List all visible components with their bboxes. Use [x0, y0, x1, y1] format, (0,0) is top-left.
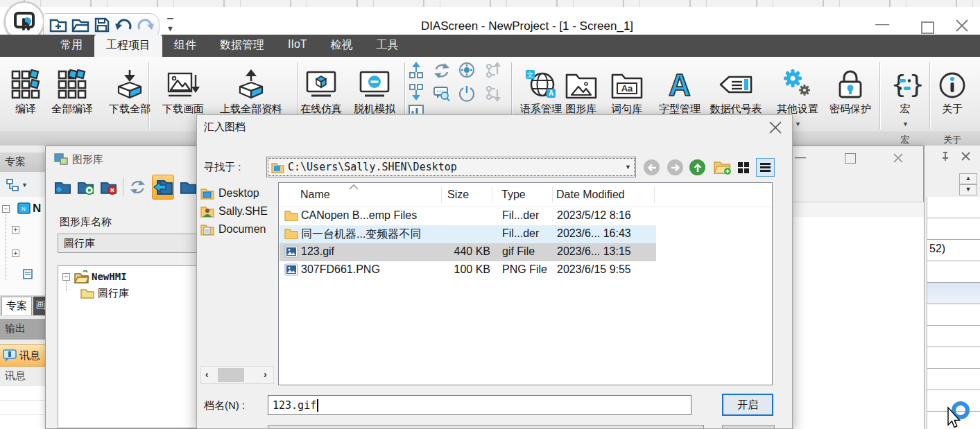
sync-button[interactable] [433, 62, 451, 82]
property-row-highlight[interactable] [927, 283, 980, 304]
message-list[interactable] [0, 386, 45, 429]
screen-tab-partial[interactable]: 画 [33, 297, 45, 315]
column-header-name[interactable]: Name [300, 189, 330, 201]
combobox-dropdown-caret[interactable]: ▼ [625, 164, 631, 170]
library-tree-root-label[interactable]: NewHMI [92, 271, 127, 282]
tree-collapse-box[interactable]: − [2, 205, 10, 213]
up-folder-button[interactable] [689, 159, 705, 175]
property-grid[interactable]: 52) [927, 197, 980, 429]
place-item-user[interactable]: Sally.SHE [200, 202, 274, 220]
ribbon-phrase-library-button[interactable]: Aa 词句库 [605, 60, 649, 116]
ribbon-online-sim-button[interactable]: 在线仿真 [297, 60, 345, 116]
column-separator[interactable] [441, 186, 442, 203]
ribbon-data-code-table-button[interactable]: 数据代号表 [706, 60, 766, 116]
ribbon-offline-sim-button[interactable]: 脱机模拟 [348, 60, 401, 116]
column-header-size[interactable]: Size [447, 189, 469, 201]
scroll-right-arrow[interactable]: › [264, 369, 267, 380]
spin-down-button[interactable]: ▼ [959, 184, 977, 195]
ribbon-download-all-button[interactable]: 下载全部 [103, 60, 157, 116]
column-separator[interactable] [654, 186, 655, 203]
column-header-type[interactable]: Type [501, 189, 526, 201]
library-tree[interactable]: − NewHMI 圖行庫 [58, 265, 197, 428]
open-project-button[interactable] [71, 17, 89, 36]
tab-gongchengxiangmu[interactable]: 工程项目 [94, 35, 162, 57]
ribbon-password-button[interactable]: 密码保护 [825, 60, 875, 116]
spin-up-button[interactable]: ▲ [959, 173, 977, 184]
refresh-icon[interactable] [129, 178, 146, 196]
upload-node-button[interactable] [408, 61, 424, 82]
tree-view-icon[interactable] [6, 178, 19, 192]
scroll-thumb[interactable] [218, 368, 244, 382]
tree-expand-box[interactable]: + [12, 249, 19, 257]
file-row-123-gif[interactable]: 123.gif 440 KB gif File 2023/6... 13:15 [280, 243, 656, 261]
library-tree-collapse-box[interactable]: − [62, 273, 70, 281]
places-hscrollbar[interactable]: ‹ › [200, 366, 274, 384]
piclib-minimize-button[interactable]: — [795, 150, 806, 164]
library-delete-icon[interactable] [100, 178, 117, 196]
dock-close-icon[interactable] [961, 151, 971, 161]
maximize-button[interactable] [921, 21, 934, 34]
dialog-close-button[interactable] [767, 119, 784, 136]
file-row-307fd661-png[interactable]: 307FD661.PNG 100 KB PNG File 2023/6/15 9… [280, 261, 771, 279]
tree-view-dropdown-caret[interactable]: ▼ [22, 182, 28, 189]
file-row-folder-machine[interactable]: 同一台机器...变频器不同 Fil...der 2023/6... 16:43 [280, 225, 656, 243]
open-button[interactable]: 开启 [722, 394, 773, 416]
add-library-icon[interactable] [54, 178, 71, 196]
power-history-button[interactable] [458, 85, 476, 105]
column-separator[interactable] [552, 186, 553, 203]
gear-circle-button[interactable] [458, 61, 476, 82]
ribbon-macro-button[interactable]: {} 宏 [885, 60, 925, 116]
tab-gongju[interactable]: 工具 [365, 35, 411, 57]
icon-view-button[interactable] [734, 159, 752, 176]
ribbon-compile-all-button[interactable]: 全部编译 [47, 60, 97, 116]
branch-down-button[interactable] [484, 85, 502, 105]
library-name-field[interactable]: 圖行庫 [58, 234, 197, 253]
list-view-button[interactable] [756, 158, 775, 177]
ribbon-download-screen-button[interactable]: 下载画面 [157, 60, 209, 116]
export-picture-icon[interactable] [180, 178, 197, 196]
tree-expand-box[interactable]: + [12, 226, 19, 234]
filename-input[interactable]: 123.gif [268, 395, 691, 415]
other-settings-dropdown-caret[interactable]: ▼ [795, 121, 801, 128]
look-in-combobox[interactable]: C:\Users\Sally.SHEN\Desktop ▼ [266, 157, 636, 177]
ribbon-font-manager-button[interactable]: A 字型管理 [655, 60, 705, 116]
message-tab-button[interactable]: 讯息 [0, 344, 45, 367]
comment-search-button[interactable] [433, 85, 451, 105]
branch-up-button[interactable] [484, 61, 502, 82]
tab-shujuguanli[interactable]: 数据管理 [208, 35, 276, 57]
pin-icon[interactable] [940, 151, 951, 162]
ribbon-picture-library-button[interactable]: 图形库 [559, 60, 603, 116]
place-item-documents[interactable]: Documen [200, 220, 274, 238]
ribbon-upload-all-button[interactable]: 上载全部资料 [212, 60, 290, 116]
qat-customize-button[interactable]: ▔▼ [166, 19, 174, 32]
ribbon-about-button[interactable]: 关于 [932, 60, 972, 116]
redo-button[interactable] [137, 17, 155, 36]
ribbon-compile-button[interactable]: 编译 [4, 60, 47, 116]
download-node-button[interactable] [408, 83, 424, 104]
close-button[interactable] [954, 18, 970, 36]
import-picture-button[interactable] [152, 175, 174, 200]
project-tree[interactable]: − N N + + [0, 197, 45, 295]
column-separator[interactable] [492, 186, 492, 203]
library-ok-icon[interactable] [77, 178, 94, 196]
tab-iiot[interactable]: IIoT [276, 35, 319, 57]
file-row-folder-canopen[interactable]: CANopen B...emp Files Fil...der 2023/5/1… [280, 207, 771, 225]
library-tree-child-label[interactable]: 圖行庫 [98, 287, 129, 300]
piclib-maximize-button[interactable] [845, 153, 856, 164]
forward-button[interactable] [667, 159, 683, 175]
partial-tool-button[interactable] [408, 104, 424, 114]
column-header-date[interactable]: Date Modified [556, 189, 625, 201]
save-button[interactable] [94, 17, 110, 36]
tab-zujian[interactable]: 组件 [162, 35, 208, 57]
ribbon-other-settings-button[interactable]: 其他设置 [773, 60, 823, 116]
scroll-left-arrow[interactable]: ‹ [205, 369, 209, 380]
new-folder-button[interactable] [713, 159, 731, 178]
back-button[interactable] [644, 159, 660, 175]
place-item-desktop[interactable]: Desktop [200, 184, 274, 202]
cancel-button-partial[interactable] [722, 425, 775, 429]
tab-changyong[interactable]: 常用 [49, 35, 94, 57]
macro-dropdown-caret[interactable]: ▼ [902, 121, 909, 128]
new-project-button[interactable] [49, 17, 67, 36]
filetype-dropdown-partial[interactable] [268, 425, 704, 429]
undo-button[interactable] [114, 17, 132, 36]
